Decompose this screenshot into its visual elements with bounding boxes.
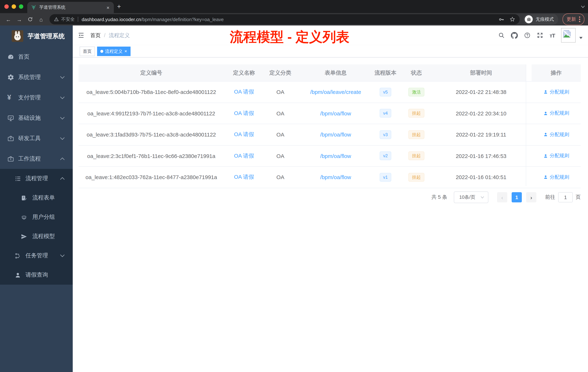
tag-home[interactable]: 首页 bbox=[80, 46, 95, 56]
sidebar-item-home[interactable]: 首页 bbox=[0, 47, 73, 67]
help-question-icon[interactable] bbox=[524, 32, 531, 39]
cell-category: OA bbox=[264, 110, 297, 117]
maximize-window-button[interactable] bbox=[19, 4, 23, 9]
paper-plane-icon bbox=[21, 233, 27, 240]
definition-name-link[interactable]: OA 请假 bbox=[234, 131, 254, 138]
chevron-down-icon bbox=[60, 254, 65, 257]
incognito-icon bbox=[526, 17, 531, 22]
tag-process-definition[interactable]: 流程定义 × bbox=[97, 46, 130, 56]
form-info-link[interactable]: /bpm/oa/flow bbox=[320, 174, 351, 180]
sidebar-item-dev-tools[interactable]: 研发工具 bbox=[0, 128, 73, 149]
sidebar-item-system[interactable]: 系统管理 bbox=[0, 67, 73, 87]
gear-icon bbox=[7, 74, 14, 81]
assign-rule-button[interactable]: 分配规则 bbox=[543, 89, 569, 95]
password-key-icon[interactable] bbox=[498, 16, 504, 22]
definition-name-link[interactable]: OA 请假 bbox=[234, 110, 254, 117]
goto-suffix: 页 bbox=[576, 194, 581, 201]
next-page-button[interactable]: › bbox=[526, 192, 536, 202]
assign-rule-button[interactable]: 分配规则 bbox=[543, 153, 569, 159]
header-form-info: 表单信息 bbox=[297, 65, 375, 81]
sidebar-item-payment[interactable]: ¥ 支付管理 bbox=[0, 87, 73, 108]
breadcrumb-separator: / bbox=[104, 33, 105, 38]
url-host: dashboard.yudao.iocoder.cn bbox=[82, 17, 141, 22]
browser-menu-dots-icon[interactable] bbox=[579, 16, 580, 22]
definition-name-link[interactable]: OA 请假 bbox=[234, 153, 254, 159]
header-process-version: 流程版本 bbox=[375, 65, 396, 81]
cell-deploy-time: 2022-01-22 21:48:38 bbox=[436, 89, 526, 95]
close-window-button[interactable] bbox=[4, 4, 9, 9]
sidebar-item-workflow[interactable]: 工作流程 bbox=[0, 149, 73, 169]
breadcrumb: 首页 / 流程定义 bbox=[90, 25, 130, 45]
back-button[interactable]: ← bbox=[4, 16, 13, 22]
form-info-link[interactable]: /bpm/oa/flow bbox=[320, 153, 351, 159]
font-size-icon[interactable]: тT bbox=[550, 32, 555, 38]
table-row: oa_leave:5:004b710b-7b8a-11ec-8ef0-acde4… bbox=[79, 82, 581, 103]
tab-list-chevron-icon[interactable] bbox=[581, 5, 585, 8]
home-button[interactable]: ⌂ bbox=[36, 16, 46, 22]
version-badge: v5 bbox=[379, 88, 391, 97]
form-info-link[interactable]: /bpm/oa/flow bbox=[320, 110, 351, 117]
cell-deploy-time: 2022-01-22 20:34:10 bbox=[436, 110, 526, 117]
bookmark-star-icon[interactable] bbox=[509, 16, 515, 22]
sidebar-item-infrastructure[interactable]: 基础设施 bbox=[0, 108, 73, 128]
table-header-row: 定义编号 定义名称 定义分类 表单信息 流程版本 状态 部署时间 操作 bbox=[79, 65, 581, 82]
person-icon bbox=[543, 132, 548, 137]
forward-button[interactable]: → bbox=[15, 16, 24, 22]
reload-icon[interactable] bbox=[25, 16, 35, 22]
sidebar-item-process-model[interactable]: 流程模型 bbox=[0, 227, 73, 246]
form-info-link[interactable]: /bpm/oa/flow bbox=[320, 131, 351, 138]
chevron-down-icon bbox=[60, 116, 65, 120]
sidebar-item-leave-query[interactable]: 请假查询 bbox=[0, 265, 73, 285]
form-info-link[interactable]: /bpm/oa/leave/create bbox=[310, 89, 361, 95]
pagination-total: 共 5 条 bbox=[431, 194, 447, 201]
definition-name-link[interactable]: OA 请假 bbox=[234, 89, 254, 96]
avatar-caret-down-icon[interactable] bbox=[579, 36, 583, 39]
not-secure-warning-icon bbox=[54, 17, 59, 22]
sidebar-item-user-group[interactable]: 用户分组 bbox=[0, 208, 73, 227]
not-secure-label[interactable]: 不安全 bbox=[61, 16, 75, 22]
sidebar-toggle-hamburger-icon[interactable] bbox=[77, 32, 85, 39]
version-badge: v2 bbox=[379, 152, 391, 160]
tag-close-icon[interactable]: × bbox=[124, 49, 127, 54]
cell-definition-id: oa_leave:3:1fad3d93-7b75-11ec-a3c8-acde4… bbox=[79, 131, 224, 138]
url-bar[interactable]: 不安全 dashboard.yudao.iocoder.cn/bpm/manag… bbox=[50, 14, 520, 24]
person-icon bbox=[15, 272, 21, 278]
app-title: 芋道管理系统 bbox=[28, 32, 65, 40]
github-icon[interactable] bbox=[511, 32, 518, 39]
cell-definition-id: oa_leave:1:482ec033-762a-11ec-8477-a2380… bbox=[79, 174, 224, 180]
cell-definition-id: oa_leave:5:004b710b-7b8a-11ec-8ef0-acde4… bbox=[79, 89, 224, 95]
sidebar-item-process-form[interactable]: 流程表单 bbox=[0, 188, 73, 208]
cell-category: OA bbox=[264, 174, 297, 180]
cell-category: OA bbox=[264, 89, 297, 95]
assign-rule-button[interactable]: 分配规则 bbox=[543, 110, 569, 117]
chevron-up-icon bbox=[60, 177, 65, 180]
sidebar-item-process-management[interactable]: 流程管理 bbox=[0, 169, 73, 188]
avatar[interactable] bbox=[561, 28, 576, 43]
person-icon bbox=[543, 90, 548, 94]
toolbox-icon bbox=[7, 135, 14, 142]
sidebar-item-task-management[interactable]: 任务管理 bbox=[0, 246, 73, 265]
prev-page-button[interactable]: ‹ bbox=[497, 192, 507, 202]
browser-tab[interactable]: 芋道管理系统 × bbox=[27, 2, 114, 13]
cell-definition-id: oa_leave:4:991f2193-7b7f-11ec-a3c8-acde4… bbox=[79, 110, 224, 117]
monitor-icon bbox=[7, 114, 14, 121]
incognito-badge: 无痕模式 bbox=[523, 14, 558, 25]
page-size-select[interactable]: 10条/页 bbox=[454, 191, 488, 203]
main-content: 定义编号 定义名称 定义分类 表单信息 流程版本 状态 部署时间 操作 oa_l… bbox=[73, 57, 588, 372]
fullscreen-icon[interactable] bbox=[537, 32, 544, 39]
breadcrumb-home[interactable]: 首页 bbox=[90, 32, 101, 39]
goto-page-input[interactable] bbox=[558, 192, 573, 202]
chevron-down-icon bbox=[60, 96, 65, 99]
new-tab-button[interactable]: + bbox=[117, 3, 121, 10]
tab-close-icon[interactable]: × bbox=[106, 5, 110, 10]
person-icon bbox=[543, 175, 548, 180]
current-page-button[interactable]: 1 bbox=[512, 192, 522, 202]
person-icon bbox=[543, 111, 548, 116]
minimize-window-button[interactable] bbox=[12, 4, 16, 9]
search-icon[interactable] bbox=[498, 32, 505, 39]
sidebar-logo[interactable]: 芋道管理系统 bbox=[0, 25, 73, 47]
assign-rule-button[interactable]: 分配规则 bbox=[543, 131, 569, 138]
definition-name-link[interactable]: OA 请假 bbox=[234, 174, 254, 181]
update-button[interactable]: 更新 bbox=[563, 13, 584, 25]
assign-rule-button[interactable]: 分配规则 bbox=[543, 174, 569, 181]
